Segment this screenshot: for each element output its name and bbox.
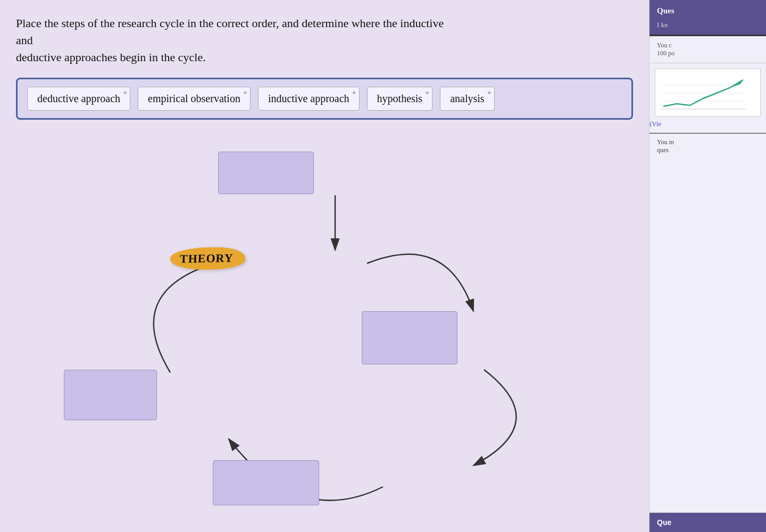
sidebar-chart-container: (Vie (650, 63, 766, 133)
diagram-area: THEORY (16, 136, 633, 508)
sidebar-score-value: 100 po (657, 49, 759, 57)
main-content: Place the steps of the research cycle in… (0, 0, 649, 532)
instruction-line1: Place the steps of the research cycle in… (16, 16, 444, 47)
cycle-diagram-svg (16, 136, 633, 508)
sidebar: Ques I kn You c 100 po (Vie You m ques Q… (649, 0, 766, 532)
drop-box-top[interactable] (218, 152, 314, 194)
sidebar-view-link[interactable]: (Vie (650, 120, 766, 128)
drag-item-hypothesis[interactable]: hypothesis (367, 87, 433, 111)
sidebar-subheader: I kn (650, 20, 766, 35)
sidebar-subheader-text: I kn (657, 21, 668, 29)
sidebar-mid-text2: ques (657, 146, 759, 154)
drop-box-right[interactable] (362, 311, 457, 364)
drag-bank: deductive approach empirical observation… (16, 78, 633, 120)
drag-item-inductive[interactable]: inductive approach (258, 87, 360, 111)
sidebar-mid-text1: You m (657, 138, 759, 146)
drag-item-empirical[interactable]: empirical observation (138, 87, 251, 111)
instructions: Place the steps of the research cycle in… (16, 15, 452, 66)
instruction-line2: deductive approaches begin in the cycle. (16, 51, 206, 64)
svg-marker-6 (730, 80, 743, 88)
sidebar-mid-section: You m ques (650, 134, 766, 513)
sidebar-button[interactable]: Que (650, 513, 766, 532)
drop-box-bottom[interactable] (213, 460, 319, 505)
drag-item-deductive[interactable]: deductive approach (27, 87, 130, 111)
chart-svg (655, 69, 751, 114)
drop-box-left[interactable] (64, 370, 157, 420)
sidebar-header: Ques (650, 0, 766, 20)
sidebar-score-label: You c (657, 41, 759, 49)
sidebar-header-text: Ques (657, 6, 675, 15)
sidebar-score-section: You c 100 po (650, 36, 766, 63)
sidebar-chart (655, 69, 761, 117)
drag-item-analysis[interactable]: analysis (440, 87, 494, 111)
